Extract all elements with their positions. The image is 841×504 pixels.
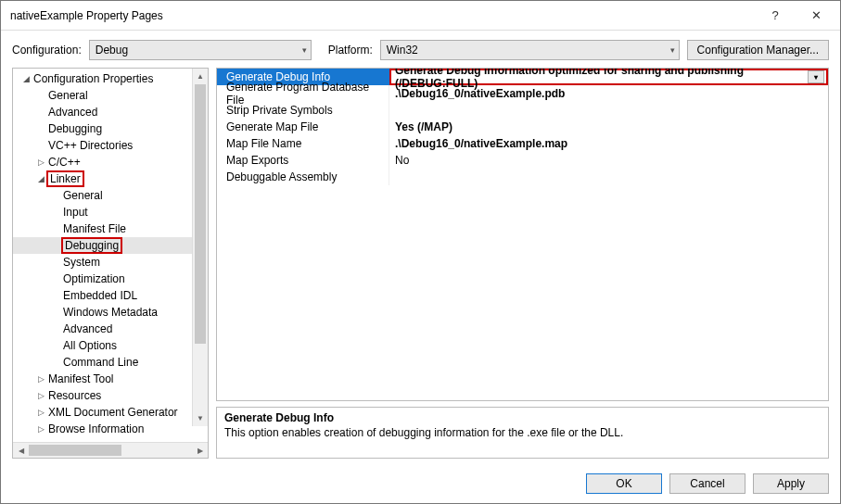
platform-label: Platform: <box>328 44 373 57</box>
chevron-down-icon: ▾ <box>814 73 818 82</box>
collapse-arrow-icon: ▷ <box>35 374 46 384</box>
chevron-down-icon: ▾ <box>302 45 307 55</box>
tree-xml-doc[interactable]: ▷ XML Document Generator <box>13 404 208 421</box>
tree-linker-all-options[interactable]: All Options <box>13 337 208 354</box>
grid-value[interactable]: Generate Debug Information optimized for… <box>389 69 828 85</box>
platform-value: Win32 <box>387 44 418 57</box>
dialog-buttons: OK Cancel Apply <box>1 466 840 503</box>
grid-name: Generate Program Database File <box>217 85 389 102</box>
body: ◢ Configuration Properties General Advan… <box>1 68 840 466</box>
collapse-arrow-icon: ▷ <box>35 424 46 434</box>
configuration-combo[interactable]: Debug ▾ <box>89 40 312 60</box>
grid-row-gen-map[interactable]: Generate Map File Yes (/MAP) <box>217 119 828 135</box>
configuration-label: Configuration: <box>12 44 82 57</box>
tree-linker-debugging[interactable]: Debugging <box>13 237 208 254</box>
tree-linker-optimization[interactable]: Optimization <box>13 271 208 287</box>
grid-value[interactable] <box>389 102 828 119</box>
collapse-arrow-icon: ▷ <box>35 408 46 417</box>
right-panel: Generate Debug Info Generate Debug Infor… <box>216 68 829 459</box>
configuration-value: Debug <box>96 44 128 57</box>
titlebar: nativeExample Property Pages ? ✕ <box>1 1 840 31</box>
tree-linker-advanced[interactable]: Advanced <box>13 321 208 337</box>
grid-value[interactable]: Yes (/MAP) <box>389 119 828 135</box>
config-toolbar: Configuration: Debug ▾ Platform: Win32 ▾… <box>1 31 840 68</box>
description-panel: Generate Debug Info This option enables … <box>216 407 829 459</box>
scroll-right-icon[interactable]: ▶ <box>192 443 208 458</box>
grid-row-strip-private[interactable]: Strip Private Symbols <box>217 102 828 119</box>
tree-linker-embedded-idl[interactable]: Embedded IDL <box>13 287 208 304</box>
cancel-button[interactable]: Cancel <box>669 473 745 494</box>
window-title: nativeExample Property Pages <box>10 9 755 22</box>
scroll-down-icon[interactable]: ▼ <box>193 410 208 426</box>
tree-manifest-tool[interactable]: ▷ Manifest Tool <box>13 371 208 387</box>
grid-value[interactable]: .\Debug16_0/nativeExample.pdb <box>389 85 828 102</box>
collapse-arrow-icon: ▷ <box>35 391 46 400</box>
description-text: This option enables creation of debuggin… <box>224 426 821 439</box>
tree-linker-win-metadata[interactable]: Windows Metadata <box>13 304 208 321</box>
close-button[interactable]: ✕ <box>796 2 836 30</box>
grid-value[interactable]: .\Debug16_0/nativeExample.map <box>389 135 828 152</box>
property-pages-window: nativeExample Property Pages ? ✕ Configu… <box>0 0 841 504</box>
property-grid: Generate Debug Info Generate Debug Infor… <box>216 68 829 401</box>
grid-value[interactable]: No <box>389 152 828 169</box>
grid-name: Strip Private Symbols <box>217 102 389 119</box>
dropdown-button[interactable]: ▾ <box>808 70 824 83</box>
grid-row-map-exports[interactable]: Map Exports No <box>217 152 828 169</box>
expand-arrow-icon: ◢ <box>35 174 46 183</box>
tree-linker-general[interactable]: General <box>13 187 208 204</box>
tree-linker-cmdline[interactable]: Command Line <box>13 354 208 371</box>
grid-row-pdb-file[interactable]: Generate Program Database File .\Debug16… <box>217 85 828 102</box>
grid-name: Generate Map File <box>217 119 389 135</box>
tree-linker-system[interactable]: System <box>13 254 208 271</box>
grid-name: Map Exports <box>217 152 389 169</box>
grid-value[interactable] <box>389 169 828 185</box>
tree-general[interactable]: General <box>13 87 208 104</box>
tree-linker-manifest[interactable]: Manifest File <box>13 220 208 237</box>
collapse-arrow-icon: ▷ <box>35 158 46 167</box>
grid-name: Map File Name <box>217 135 389 152</box>
tree-scroll[interactable]: ◢ Configuration Properties General Advan… <box>13 69 208 442</box>
expand-arrow-icon: ◢ <box>20 74 32 83</box>
scroll-up-icon[interactable]: ▲ <box>193 69 208 84</box>
vertical-scrollbar[interactable]: ▲ ▼ <box>192 69 208 426</box>
tree-advanced[interactable]: Advanced <box>13 104 208 120</box>
horizontal-scrollbar[interactable]: ◀ ▶ <box>13 442 208 458</box>
tree-debugging[interactable]: Debugging <box>13 120 208 137</box>
tree-browse-info[interactable]: ▷ Browse Information <box>13 421 208 437</box>
ok-button[interactable]: OK <box>586 473 662 494</box>
description-title: Generate Debug Info <box>224 411 821 424</box>
grid-row-map-name[interactable]: Map File Name .\Debug16_0/nativeExample.… <box>217 135 828 152</box>
grid-name: Debuggable Assembly <box>217 169 389 185</box>
tree-root[interactable]: ◢ Configuration Properties <box>13 70 208 87</box>
tree-vcpp[interactable]: VC++ Directories <box>13 137 208 154</box>
help-button[interactable]: ? <box>755 2 796 30</box>
tree-panel: ◢ Configuration Properties General Advan… <box>12 68 209 459</box>
grid-row-debuggable-asm[interactable]: Debuggable Assembly <box>217 169 828 185</box>
platform-combo[interactable]: Win32 ▾ <box>380 40 680 60</box>
tree-resources[interactable]: ▷ Resources <box>13 387 208 404</box>
configuration-manager-button[interactable]: Configuration Manager... <box>687 40 829 60</box>
scroll-thumb[interactable] <box>195 84 206 344</box>
apply-button[interactable]: Apply <box>753 473 829 494</box>
tree-linker-input[interactable]: Input <box>13 204 208 220</box>
scroll-left-icon[interactable]: ◀ <box>13 443 29 458</box>
scroll-thumb[interactable] <box>29 445 121 456</box>
tree-linker[interactable]: ◢ Linker <box>13 170 208 187</box>
chevron-down-icon: ▾ <box>670 45 675 55</box>
tree-cpp[interactable]: ▷ C/C++ <box>13 154 208 170</box>
